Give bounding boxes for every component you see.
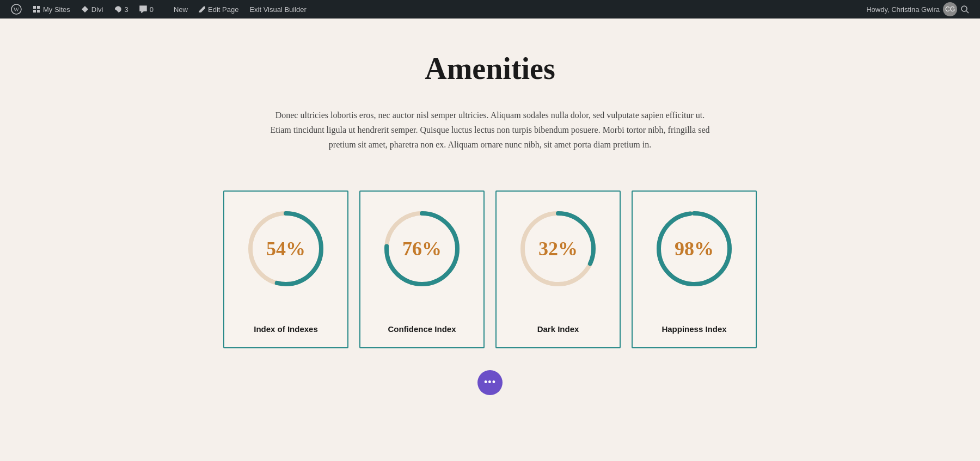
edit-page-button[interactable]: Edit Page xyxy=(193,0,244,19)
wordpress-logo[interactable]: W xyxy=(5,0,27,19)
user-greeting: Howdy, Christina Gwira xyxy=(866,5,940,14)
my-sites-menu[interactable]: My Sites xyxy=(27,0,76,19)
page-content: Amenities Donec ultricies lobortis eros,… xyxy=(0,0,980,442)
divi-menu[interactable]: Divi xyxy=(76,0,109,19)
metric-label-3: Dark Index xyxy=(537,324,579,334)
svg-point-6 xyxy=(961,6,967,11)
metric-label-1: Index of Indexes xyxy=(254,324,318,334)
exit-visual-builder-button[interactable]: Exit Visual Builder xyxy=(244,0,312,19)
metric-card-dark-index: 32% Dark Index xyxy=(495,190,621,348)
svg-rect-2 xyxy=(33,6,36,9)
page-title: Amenities xyxy=(256,51,724,86)
svg-rect-4 xyxy=(33,10,36,13)
metric-label-4: Happiness Index xyxy=(661,324,726,334)
updates-menu[interactable]: 3 xyxy=(109,0,134,19)
metric-card-happiness-index: 98% Happiness Index xyxy=(632,190,757,348)
fab-container: ••• xyxy=(477,370,503,395)
new-content-menu[interactable]: New xyxy=(159,0,193,19)
svg-text:W: W xyxy=(14,6,20,13)
metric-value-3: 32% xyxy=(538,237,578,260)
comments-menu[interactable]: 0 xyxy=(134,0,159,19)
new-label: New xyxy=(174,5,188,14)
metric-label-2: Confidence Index xyxy=(388,324,456,334)
exit-builder-label: Exit Visual Builder xyxy=(249,5,307,14)
metric-value-2: 76% xyxy=(402,237,442,260)
my-sites-label: My Sites xyxy=(43,5,70,14)
circle-happiness-index: 98% xyxy=(653,208,735,290)
metrics-row: 54% Index of Indexes 76% Confidence Inde… xyxy=(191,190,789,348)
svg-line-7 xyxy=(966,11,969,13)
search-icon[interactable] xyxy=(960,5,969,14)
page-description: Donec ultricies lobortis eros, nec aucto… xyxy=(267,108,713,152)
circle-dark-index: 32% xyxy=(517,208,599,290)
admin-bar: W My Sites Divi 3 0 New Edit Page Exit V… xyxy=(0,0,980,19)
metric-card-confidence-index: 76% Confidence Index xyxy=(359,190,485,348)
metric-card-index-of-indexes: 54% Index of Indexes xyxy=(223,190,348,348)
updates-count: 3 xyxy=(125,5,128,14)
metric-value-1: 54% xyxy=(266,237,305,260)
divi-label: Divi xyxy=(91,5,103,14)
content-wrapper: Amenities Donec ultricies lobortis eros,… xyxy=(245,19,735,190)
metric-value-4: 98% xyxy=(675,237,714,260)
user-info: Howdy, Christina Gwira CG xyxy=(861,2,975,16)
svg-rect-5 xyxy=(37,10,40,13)
fab-dots: ••• xyxy=(484,377,496,388)
svg-rect-3 xyxy=(37,6,40,9)
circle-confidence-index: 76% xyxy=(381,208,463,290)
circle-index-of-indexes: 54% xyxy=(245,208,327,290)
divi-fab-button[interactable]: ••• xyxy=(477,370,503,395)
edit-page-label: Edit Page xyxy=(208,5,238,14)
comments-count: 0 xyxy=(150,5,154,14)
user-avatar: CG xyxy=(943,2,957,16)
